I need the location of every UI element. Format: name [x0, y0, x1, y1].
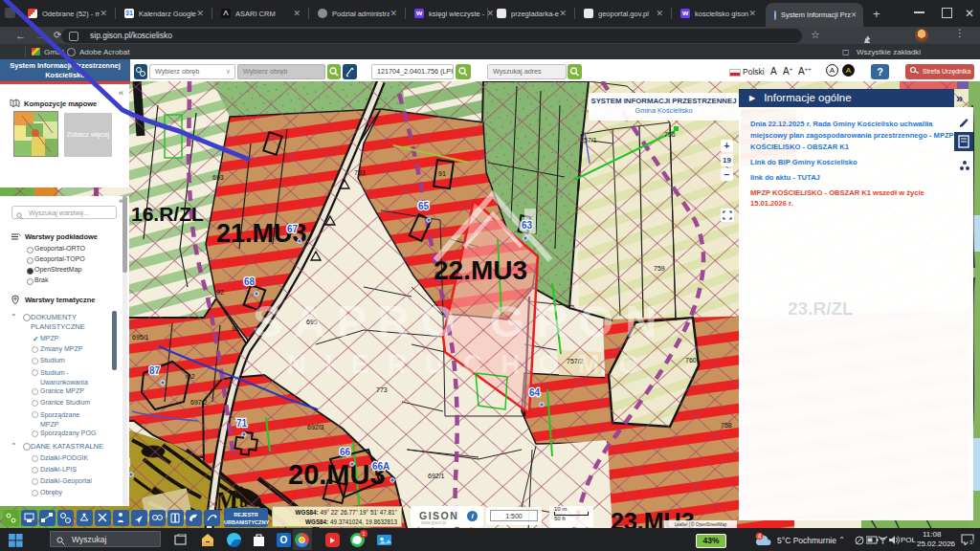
- svg-text:SAPRO GRON: SAPRO GRON: [253, 297, 668, 346]
- svg-text:67: 67: [287, 224, 299, 234]
- svg-text:773: 773: [376, 386, 388, 393]
- svg-text:m2: m2: [186, 373, 195, 380]
- svg-text:65: 65: [418, 201, 430, 211]
- svg-text:692/1: 692/1: [428, 473, 445, 479]
- svg-text:697/2: 697/2: [190, 399, 208, 406]
- svg-text:57/1: 57/1: [584, 137, 597, 143]
- svg-text:63: 63: [522, 220, 533, 231]
- svg-text:66: 66: [340, 447, 351, 457]
- svg-text:4: 4: [758, 533, 762, 540]
- svg-text:91: 91: [438, 170, 446, 177]
- svg-text:71: 71: [236, 418, 248, 429]
- svg-text:22.MU3: 22.MU3: [434, 255, 527, 285]
- svg-text:756: 756: [664, 131, 676, 138]
- svg-text:753: 753: [354, 169, 366, 176]
- svg-text:91: 91: [232, 325, 239, 332]
- svg-text:695/1: 695/1: [132, 334, 149, 341]
- svg-text:87: 87: [149, 365, 161, 376]
- svg-text:692/3: 692/3: [307, 424, 324, 430]
- svg-text:16.R/ZL: 16.R/ZL: [131, 203, 204, 225]
- svg-text:64: 64: [529, 387, 541, 398]
- svg-text:68: 68: [244, 276, 256, 287]
- svg-text:20.MU3: 20.MU3: [288, 459, 386, 490]
- svg-text:759: 759: [654, 265, 665, 272]
- svg-text:758: 758: [721, 422, 732, 429]
- svg-text:760: 760: [685, 357, 697, 364]
- svg-text:66A: 66A: [372, 461, 390, 472]
- svg-text:NIERUCHOMO: NIERUCHOMO: [287, 350, 658, 379]
- svg-text:92: 92: [216, 289, 224, 296]
